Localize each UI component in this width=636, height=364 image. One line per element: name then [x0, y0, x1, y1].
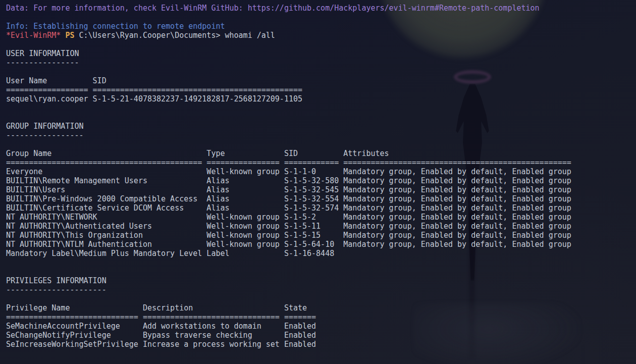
data-message: Data: For more information, check Evil-W…: [6, 4, 540, 13]
output-line: NT AUTHORITY\Authenticated Users Well-kn…: [6, 222, 630, 231]
banner-line: Info: Establishing connection to remote …: [6, 22, 630, 31]
output-line: ================== =====================…: [6, 85, 630, 94]
output-line: Group Name Type SID Attributes: [6, 149, 630, 158]
output-line: -----------------: [6, 131, 630, 140]
output-line: SeChangeNotifyPrivilege Bypass traverse …: [6, 331, 630, 340]
blank-line: [6, 140, 630, 149]
output-line: PRIVILEGES INFORMATION: [6, 276, 630, 285]
output-line: sequel\ryan.cooper S-1-5-21-4078382237-1…: [6, 94, 630, 103]
blank-line: [6, 40, 630, 49]
blank-line: [6, 13, 630, 22]
output-line: NT AUTHORITY\NTLM Authentication Well-kn…: [6, 240, 630, 249]
prompt-line: *Evil-WinRM* PS C:\Users\Ryan.Cooper\Doc…: [6, 31, 630, 40]
prompt-ps-label: PS: [65, 31, 74, 40]
output-line: SeIncreaseWorkingSetPrivilege Increase a…: [6, 340, 630, 349]
output-line: SeMachineAccountPrivilege Add workstatio…: [6, 322, 630, 331]
terminal[interactable]: Data: For more information, check Evil-W…: [0, 0, 636, 364]
output-line: Mandatory Label\Medium Plus Mandatory Le…: [6, 249, 630, 258]
output-line: ============================= ==========…: [6, 313, 630, 322]
prompt-path: C:\Users\Ryan.Cooper\Documents>: [79, 31, 221, 40]
terminal-banner: Data: For more information, check Evil-W…: [6, 4, 630, 31]
terminal-window: Data: For more information, check Evil-W…: [0, 0, 636, 364]
blank-line: [6, 103, 630, 113]
prompt-command: whoami /all: [225, 31, 275, 40]
output-line: User Name SID: [6, 76, 630, 85]
blank-line: [6, 267, 630, 276]
output-line: BUILTIN\Certificate Service DCOM Access …: [6, 203, 630, 213]
output-line: Everyone Well-known group S-1-1-0 Mandat…: [6, 167, 630, 176]
output-line: GROUP INFORMATION: [6, 122, 630, 131]
blank-line: [6, 258, 630, 267]
output-line: NT AUTHORITY\NETWORK Well-known group S-…: [6, 213, 630, 222]
output-line: Privilege Name Description State: [6, 303, 630, 313]
output-line: BUILTIN\Pre-Windows 2000 Compatible Acce…: [6, 194, 630, 203]
output-line: NT AUTHORITY\This Organization Well-know…: [6, 231, 630, 240]
output-line: BUILTIN\Remote Management Users Alias S-…: [6, 176, 630, 185]
blank-line: [6, 294, 630, 303]
info-message: Info: Establishing connection to remote …: [6, 22, 225, 31]
prompt-shell-tag: *Evil-WinRM*: [6, 31, 61, 40]
terminal-output: USER INFORMATION----------------User Nam…: [6, 40, 630, 349]
banner-line: Data: For more information, check Evil-W…: [6, 4, 630, 13]
output-line: ========================================…: [6, 158, 630, 167]
output-line: USER INFORMATION: [6, 49, 630, 58]
blank-line: [6, 67, 630, 76]
output-line: BUILTIN\Users Alias S-1-5-32-545 Mandato…: [6, 185, 630, 194]
blank-line: [6, 113, 630, 122]
output-line: ----------------------: [6, 285, 630, 294]
output-line: ----------------: [6, 58, 630, 67]
